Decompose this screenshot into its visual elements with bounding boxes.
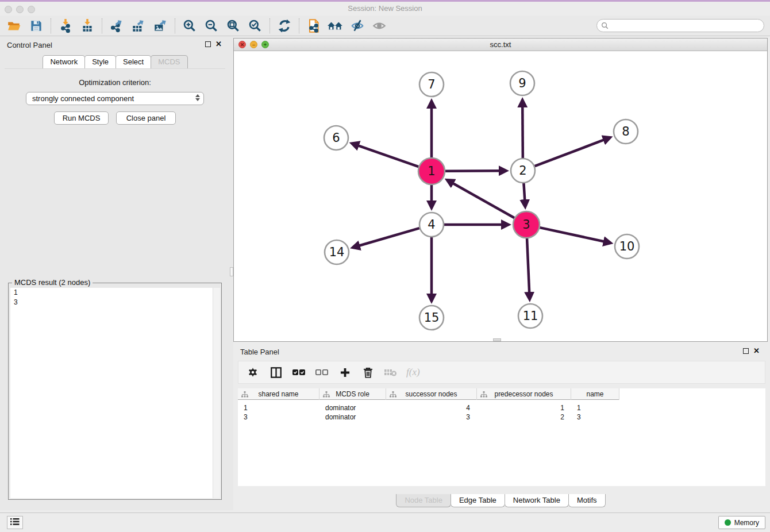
graph-node-9[interactable]: 9 (510, 71, 534, 95)
graph-node-10[interactable]: 10 (615, 234, 639, 259)
tab-network[interactable]: Network (43, 55, 85, 68)
tab-style[interactable]: Style (84, 55, 116, 68)
list-icon (10, 518, 20, 528)
graph-edge-3-1[interactable] (449, 181, 514, 218)
graph-node-14[interactable]: 14 (325, 240, 349, 264)
deselect-all-rows-button[interactable] (314, 365, 329, 380)
table-row[interactable]: 3dominator323 (238, 413, 619, 422)
tab-network-table[interactable]: Network Table (505, 494, 569, 507)
import-table-icon (80, 18, 95, 33)
column-type-icon (390, 391, 396, 399)
table-panel-header: Table Panel ✕ (233, 343, 768, 360)
graph-node-6[interactable]: 6 (324, 126, 348, 150)
search-input[interactable] (609, 20, 764, 32)
column-header-MCDS-role[interactable]: MCDS role (319, 388, 386, 400)
add-row-button[interactable] (337, 365, 352, 380)
svg-text:15: 15 (424, 311, 440, 325)
cell-predecessor-nodes[interactable]: 2 (477, 413, 571, 422)
column-header-predecessor-nodes[interactable]: predecessor nodes (477, 388, 571, 400)
graph-node-1[interactable]: 1 (418, 158, 445, 184)
graph-node-2[interactable]: 2 (511, 159, 535, 183)
column-header-label: shared name (258, 390, 298, 398)
float-window-icon[interactable] (743, 348, 749, 354)
close-icon[interactable]: ✕ (215, 40, 222, 48)
cell-MCDS-role[interactable]: dominator (319, 403, 386, 413)
column-header-name[interactable]: name (571, 388, 619, 400)
network-window-titlebar[interactable]: ✕ – + scc.txt (234, 38, 767, 51)
graph-edge-2-9[interactable] (522, 102, 523, 158)
graph-edge-3-10[interactable] (540, 228, 608, 242)
toolbar-separator (102, 18, 102, 33)
home-layout-icon (327, 18, 344, 33)
result-scrollbar[interactable] (213, 288, 220, 498)
graph-edge-2-3[interactable] (523, 183, 525, 205)
tab-motifs[interactable]: Motifs (568, 494, 606, 507)
graph-node-11[interactable]: 11 (518, 304, 542, 328)
new-network-from-file-button[interactable] (303, 17, 325, 35)
cell-name[interactable]: 1 (571, 403, 619, 413)
graph-node-3[interactable]: 3 (513, 211, 540, 238)
open-session-button[interactable] (3, 17, 25, 35)
tab-mcds[interactable]: MCDS (151, 55, 187, 68)
home-layout-button[interactable] (325, 17, 346, 35)
float-window-icon[interactable] (205, 41, 211, 47)
search-icon (601, 22, 609, 29)
hide-selected-button[interactable] (346, 17, 368, 35)
graph-edge-1-6[interactable] (354, 144, 418, 167)
cell-shared-name[interactable]: 3 (238, 413, 319, 422)
cell-shared-name[interactable]: 1 (238, 403, 319, 413)
close-panel-button[interactable]: Close panel (116, 111, 176, 125)
column-settings-button[interactable] (245, 365, 260, 380)
tab-edge-table[interactable]: Edge Table (451, 494, 505, 507)
run-mcds-button[interactable]: Run MCDS (54, 111, 109, 125)
task-history-button[interactable] (7, 516, 23, 529)
app-titlebar: Session: New Session (0, 2, 770, 16)
import-table-button[interactable] (76, 17, 98, 35)
cell-MCDS-role[interactable]: dominator (319, 413, 386, 422)
graph-edge-1-2[interactable] (445, 171, 504, 171)
save-session-button[interactable] (25, 17, 47, 35)
export-table-button[interactable] (128, 17, 149, 35)
network-graph-canvas[interactable]: 7968124314101511 (234, 51, 767, 341)
graph-node-4[interactable]: 4 (419, 213, 444, 237)
column-type-icon (480, 391, 487, 399)
column-header-successor-nodes[interactable]: successor nodes (386, 388, 477, 400)
cell-name[interactable]: 3 (571, 413, 619, 422)
memory-button[interactable]: Memory (718, 516, 765, 529)
table-row[interactable]: 1dominator411 (238, 403, 619, 413)
save-session-icon (29, 18, 44, 33)
tab-node-table[interactable]: Node Table (396, 494, 451, 507)
show-all-button[interactable] (368, 17, 390, 35)
refresh-view-button[interactable] (274, 17, 295, 35)
delete-row-button[interactable] (360, 365, 375, 380)
graph-edge-2-8[interactable] (535, 138, 609, 166)
graph-edge-3-11[interactable] (527, 238, 529, 297)
network-resize-handle[interactable] (493, 338, 501, 341)
cell-successor-nodes[interactable]: 4 (386, 403, 477, 413)
import-network-button[interactable] (55, 17, 76, 35)
tab-select[interactable]: Select (116, 55, 151, 68)
search-box[interactable] (596, 19, 764, 32)
zoom-out-button[interactable] (201, 17, 222, 35)
column-header-shared-name[interactable]: shared name (238, 388, 319, 400)
zoom-in-button[interactable] (179, 17, 201, 35)
svg-text:3: 3 (522, 218, 530, 232)
select-all-rows-button[interactable] (291, 365, 306, 380)
close-icon[interactable]: ✕ (753, 346, 760, 355)
mcds-result-textarea[interactable]: 13 (10, 288, 220, 498)
graph-node-8[interactable]: 8 (614, 119, 638, 144)
optimization-criterion-dropdown[interactable]: strongly connected component (26, 92, 204, 105)
graph-node-7[interactable]: 7 (419, 72, 444, 97)
export-image-button[interactable] (149, 17, 171, 35)
status-bar: Memory (0, 512, 770, 532)
zoom-selected-button[interactable] (244, 17, 266, 35)
window-title: Session: New Session (0, 4, 770, 13)
zoom-fit-button[interactable] (222, 17, 244, 35)
cell-predecessor-nodes[interactable]: 1 (477, 403, 571, 413)
graph-node-15[interactable]: 15 (419, 306, 444, 330)
mcds-panel: Optimization criterion: strongly connect… (5, 68, 225, 505)
show-columns-button[interactable] (268, 365, 283, 380)
cell-successor-nodes[interactable]: 3 (386, 413, 477, 422)
export-network-button[interactable] (106, 17, 128, 35)
graph-edge-4-14[interactable] (355, 228, 419, 247)
